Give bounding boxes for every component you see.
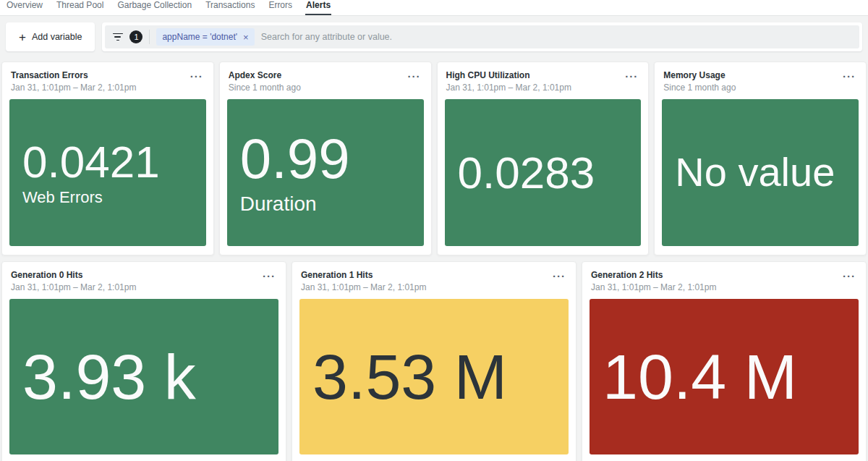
card-header-text: High CPU Utilization Jan 31, 1:01pm – Ma…: [446, 70, 571, 93]
card-header: Memory Usage Since 1 month ago ···: [655, 62, 866, 93]
filter-input[interactable]: 1 appName = 'dotnet' ×: [105, 25, 859, 48]
filter-count-badge: 1: [129, 30, 142, 43]
card-title: Generation 2 Hits: [591, 270, 716, 282]
billboard-value: 10.4 M: [603, 344, 797, 410]
dashboard-row-1: Transaction Errors Jan 31, 1:01pm – Mar …: [1, 62, 867, 255]
dashboard-card: High CPU Utilization Jan 31, 1:01pm – Ma…: [437, 62, 650, 255]
plus-icon: +: [19, 31, 26, 43]
card-time-range: Since 1 month ago: [663, 82, 736, 94]
dashboard-card: Transaction Errors Jan 31, 1:01pm – Mar …: [1, 62, 214, 255]
tab-alerts[interactable]: Alerts: [305, 0, 331, 15]
card-header-text: Generation 0 Hits Jan 31, 1:01pm – Mar 2…: [11, 270, 136, 293]
toolbar: + Add variable 1 appName = 'dotnet' ×: [6, 22, 862, 51]
billboard[interactable]: 3.93 k: [9, 299, 278, 454]
add-variable-button[interactable]: + Add variable: [6, 22, 95, 51]
billboard[interactable]: 0.0283: [445, 99, 642, 246]
card-header: Generation 2 Hits Jan 31, 1:01pm – Mar 2…: [582, 262, 866, 293]
filter-bar: 1 appName = 'dotnet' ×: [102, 22, 862, 51]
card-time-range: Jan 31, 1:01pm – Mar 2, 1:01pm: [591, 282, 716, 294]
chip-close-icon[interactable]: ×: [243, 33, 249, 42]
billboard-value: 0.0283: [458, 149, 595, 196]
card-time-range: Jan 31, 1:01pm – Mar 2, 1:01pm: [11, 282, 136, 294]
billboard-value: No value: [675, 151, 835, 194]
card-title: Generation 1 Hits: [301, 270, 426, 282]
dashboard-row-2: Generation 0 Hits Jan 31, 1:01pm – Mar 2…: [1, 261, 867, 461]
card-header-text: Transaction Errors Jan 31, 1:01pm – Mar …: [11, 70, 136, 93]
tab-garbage-collection[interactable]: Garbage Collection: [116, 0, 192, 15]
card-header-text: Apdex Score Since 1 month ago: [229, 70, 301, 93]
add-variable-label: Add variable: [32, 32, 82, 42]
dashboard: Transaction Errors Jan 31, 1:01pm – Mar …: [0, 62, 868, 461]
dashboard-card: Generation 2 Hits Jan 31, 1:01pm – Mar 2…: [582, 261, 867, 461]
card-menu-button[interactable]: ···: [407, 70, 422, 83]
card-header: High CPU Utilization Jan 31, 1:01pm – Ma…: [438, 62, 649, 93]
filter-chip-label: appName = 'dotnet': [162, 32, 237, 42]
tab-bar: OverviewThread PoolGarbage CollectionTra…: [0, 0, 868, 16]
tab-errors[interactable]: Errors: [268, 0, 293, 15]
tab-overview[interactable]: Overview: [6, 0, 43, 15]
billboard[interactable]: 0.99 Duration: [227, 99, 424, 246]
card-title: High CPU Utilization: [446, 70, 571, 82]
billboard-value: 0.99: [240, 130, 350, 189]
billboard[interactable]: 0.0421 Web Errors: [9, 99, 206, 246]
card-header-text: Generation 2 Hits Jan 31, 1:01pm – Mar 2…: [591, 270, 716, 293]
search-input[interactable]: [261, 32, 852, 42]
dashboard-card: Apdex Score Since 1 month ago ··· 0.99 D…: [219, 62, 432, 255]
billboard-label: Web Errors: [22, 188, 103, 207]
dashboard-card: Generation 1 Hits Jan 31, 1:01pm – Mar 2…: [292, 261, 576, 461]
card-menu-button[interactable]: ···: [841, 270, 857, 282]
card-time-range: Jan 31, 1:01pm – Mar 2, 1:01pm: [301, 282, 426, 294]
billboard-value: 0.0421: [22, 138, 160, 185]
card-header: Generation 1 Hits Jan 31, 1:01pm – Mar 2…: [292, 262, 576, 293]
card-time-range: Jan 31, 1:01pm – Mar 2, 1:01pm: [446, 82, 571, 94]
dashboard-card: Memory Usage Since 1 month ago ··· No va…: [654, 62, 867, 255]
billboard-value: 3.93 k: [22, 344, 196, 410]
billboard[interactable]: No value: [662, 99, 859, 246]
filter-chip[interactable]: appName = 'dotnet' ×: [156, 28, 254, 46]
dashboard-card: Generation 0 Hits Jan 31, 1:01pm – Mar 2…: [1, 261, 286, 461]
card-header: Apdex Score Since 1 month ago ···: [220, 62, 431, 93]
billboard-label: Duration: [240, 192, 317, 216]
filter-icon: [112, 33, 123, 41]
card-title: Transaction Errors: [11, 70, 136, 82]
card-title: Apdex Score: [229, 70, 301, 82]
card-header: Transaction Errors Jan 31, 1:01pm – Mar …: [2, 62, 213, 93]
card-menu-button[interactable]: ···: [551, 270, 567, 282]
card-header-text: Memory Usage Since 1 month ago: [663, 70, 736, 93]
card-header: Generation 0 Hits Jan 31, 1:01pm – Mar 2…: [2, 262, 286, 293]
card-title: Memory Usage: [663, 70, 736, 82]
card-menu-button[interactable]: ···: [624, 70, 639, 83]
card-header-text: Generation 1 Hits Jan 31, 1:01pm – Mar 2…: [301, 270, 426, 293]
tab-thread-pool[interactable]: Thread Pool: [56, 0, 104, 15]
billboard-value: 3.53 M: [312, 344, 507, 410]
billboard[interactable]: 10.4 M: [590, 299, 859, 454]
filter-divider: [149, 30, 150, 44]
tab-transactions[interactable]: Transactions: [205, 0, 255, 15]
billboard[interactable]: 3.53 M: [299, 299, 569, 454]
card-time-range: Since 1 month ago: [229, 82, 301, 94]
card-title: Generation 0 Hits: [11, 270, 136, 282]
card-menu-button[interactable]: ···: [841, 70, 857, 83]
card-time-range: Jan 31, 1:01pm – Mar 2, 1:01pm: [11, 82, 136, 94]
card-menu-button[interactable]: ···: [189, 70, 205, 83]
card-menu-button[interactable]: ···: [261, 270, 277, 282]
